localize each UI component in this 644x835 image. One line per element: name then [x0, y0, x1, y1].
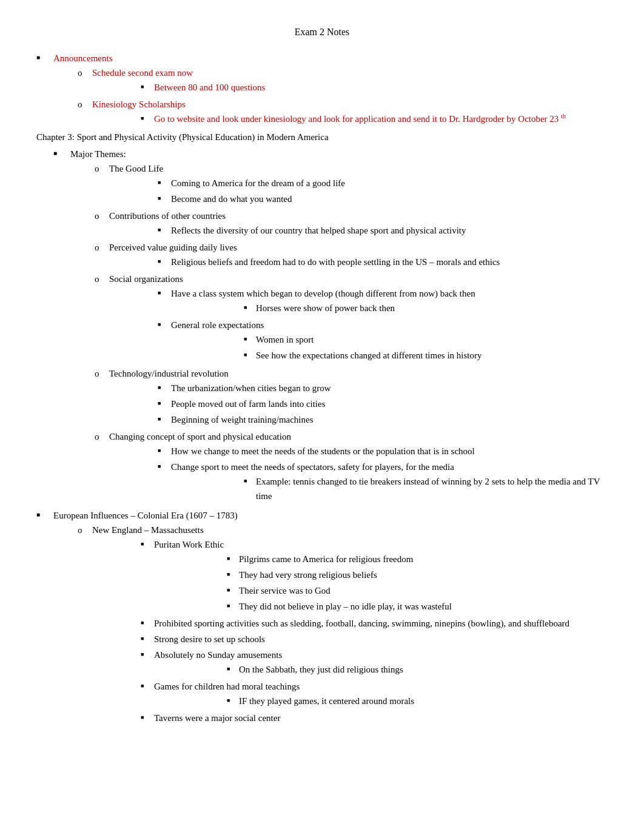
bullet-icon: ■ — [244, 348, 256, 359]
tech-2: People moved out of farm lands into citi… — [171, 397, 608, 411]
bullet-icon: o — [95, 366, 109, 381]
list-item: o Social organizations ■ Have a class sy… — [95, 272, 608, 365]
list-item: o Schedule second exam now ■ Between 80 … — [78, 65, 608, 96]
bullet-icon: o — [95, 429, 109, 444]
list-item: o Changing concept of sport and physical… — [95, 429, 608, 506]
major-themes-section: ■ Major Themes: o The Good Life ■ Coming… — [53, 147, 608, 507]
bullet-icon: ■ — [158, 397, 171, 407]
changing-concept-label: Changing concept of sport and physical e… — [109, 432, 291, 441]
bullet-icon: ■ — [244, 332, 256, 343]
list-item: ■ Taverns were a major social center — [141, 711, 608, 725]
list-item: ■ Change sport to meet the needs of spec… — [158, 460, 608, 505]
list-item: ■ Religious beliefs and freedom had to d… — [158, 255, 608, 269]
bullet-icon: ■ — [158, 460, 171, 471]
list-item: o Technology/industrial revolution ■ The… — [95, 366, 608, 428]
bullet-icon: ■ — [227, 694, 239, 705]
list-item: o Contributions of other countries ■ Ref… — [95, 209, 608, 239]
bullet-icon: ■ — [244, 301, 256, 312]
puritan-label: Puritan Work Ethic — [154, 540, 224, 549]
social-org-2a: Women in sport — [256, 332, 608, 347]
games-moral-1: IF they played games, it centered around… — [239, 694, 608, 708]
list-item: ■ Pilgrims came to America for religious… — [227, 552, 608, 566]
social-org-2: General role expectations — [171, 320, 264, 330]
schools-label: Strong desire to set up schools — [154, 632, 608, 646]
bullet-icon: o — [78, 523, 92, 537]
perceived-value-1: Religious beliefs and freedom had to do … — [171, 255, 608, 269]
bullet-icon: ■ — [158, 412, 171, 423]
bullet-icon: o — [95, 272, 109, 286]
taverns-label: Taverns were a major social center — [154, 711, 608, 725]
bullet-icon: ■ — [158, 223, 171, 234]
bullet-icon: ■ — [141, 537, 154, 548]
bullet-icon: ■ — [141, 632, 154, 643]
bullet-icon: o — [78, 65, 92, 80]
social-org-2b: See how the expectations changed at diff… — [256, 348, 608, 363]
bullet-icon: o — [95, 240, 109, 255]
tech-3: Beginning of weight training/machines — [171, 412, 608, 427]
list-item: ■ Their service was to God — [227, 583, 608, 598]
bullet-icon: ■ — [36, 508, 53, 520]
list-item: o Perceived value guiding daily lives ■ … — [95, 240, 608, 270]
bullet-icon: ■ — [158, 381, 171, 392]
list-item: ■ Go to website and look under kinesiolo… — [141, 112, 608, 126]
list-item: ■ Have a class system which began to dev… — [158, 286, 608, 317]
bullet-icon: ■ — [227, 662, 239, 673]
changing-1: How we change to meet the needs of the s… — [171, 444, 608, 458]
bullet-icon: ■ — [244, 474, 256, 485]
bullet-icon: ■ — [141, 711, 154, 722]
european-label: European Influences – Colonial Era (1607… — [53, 511, 238, 520]
bullet-icon: ■ — [227, 599, 239, 610]
list-item: ■ Major Themes: o The Good Life ■ Coming… — [53, 147, 608, 507]
bullet-icon: ■ — [158, 444, 171, 455]
list-item: ■ They did not believe in play – no idle… — [227, 599, 608, 614]
announcements-label: Announcements — [53, 53, 112, 63]
bullet-icon: ■ — [141, 112, 154, 122]
list-item: ■ Example: tennis changed to tie breaker… — [244, 474, 608, 503]
bullet-icon: ■ — [227, 552, 239, 563]
bullet-icon: o — [95, 209, 109, 223]
list-item: ■ Beginning of weight training/machines — [158, 412, 608, 427]
social-org-1a: Horses were show of power back then — [256, 301, 608, 315]
bullet-icon: ■ — [141, 679, 154, 690]
page-title: Exam 2 Notes — [36, 24, 608, 40]
contributions-label: Contributions of other countries — [109, 211, 226, 221]
no-sunday-label: Absolutely no Sunday amusements — [154, 650, 282, 660]
good-life-2: Become and do what you wanted — [171, 192, 608, 206]
list-item: ■ Between 80 and 100 questions — [141, 80, 608, 95]
website-label: Go to website and look under kinesiology… — [154, 112, 608, 126]
major-themes-label: Major Themes: — [70, 149, 126, 159]
bullet-icon: ■ — [158, 192, 171, 203]
contributions-1: Reflects the diversity of our country th… — [171, 223, 608, 238]
list-item: ■ Coming to America for the dream of a g… — [158, 176, 608, 190]
bullet-icon: ■ — [158, 255, 171, 266]
bullet-icon: ■ — [158, 176, 171, 187]
list-item: ■ European Influences – Colonial Era (16… — [36, 508, 608, 728]
questions-label: Between 80 and 100 questions — [154, 80, 608, 95]
section-announcements: ■ Announcements o Schedule second exam n… — [36, 51, 608, 129]
good-life-label: The Good Life — [109, 164, 163, 173]
bullet-icon: o — [95, 161, 109, 176]
changing-2: Change sport to meet the needs of specta… — [171, 462, 454, 472]
changing-2a: Example: tennis changed to tie breakers … — [256, 474, 608, 503]
bullet-icon: ■ — [227, 583, 239, 594]
sabbath-label: On the Sabbath, they just did religious … — [239, 662, 608, 677]
bullet-icon: ■ — [141, 80, 154, 91]
bullet-icon: ■ — [158, 286, 171, 297]
puritan-2: They had very strong religious beliefs — [239, 568, 608, 582]
tech-1: The urbanization/when cities began to gr… — [171, 381, 608, 395]
list-item: ■ General role expectations ■ Women in s… — [158, 318, 608, 364]
list-item: ■ Puritan Work Ethic ■ Pilgrims came to … — [141, 537, 608, 615]
social-org-1: Have a class system which began to devel… — [171, 289, 475, 298]
list-item: o New England – Massachusetts ■ Puritan … — [78, 523, 608, 726]
list-item: ■ Horses were show of power back then — [244, 301, 608, 315]
bullet-icon: ■ — [141, 616, 154, 627]
puritan-1: Pilgrims came to America for religious f… — [239, 552, 608, 566]
list-item: ■ They had very strong religious beliefs — [227, 568, 608, 582]
list-item: ■ Prohibited sporting activities such as… — [141, 616, 608, 631]
list-item: ■ Strong desire to set up schools — [141, 632, 608, 646]
bullet-icon: o — [78, 97, 92, 112]
list-item: ■ See how the expectations changed at di… — [244, 348, 608, 363]
list-item: o Kinesiology Scholarships ■ Go to websi… — [78, 97, 608, 127]
technology-label: Technology/industrial revolution — [109, 369, 229, 378]
list-item: ■ Absolutely no Sunday amusements ■ On t… — [141, 648, 608, 678]
